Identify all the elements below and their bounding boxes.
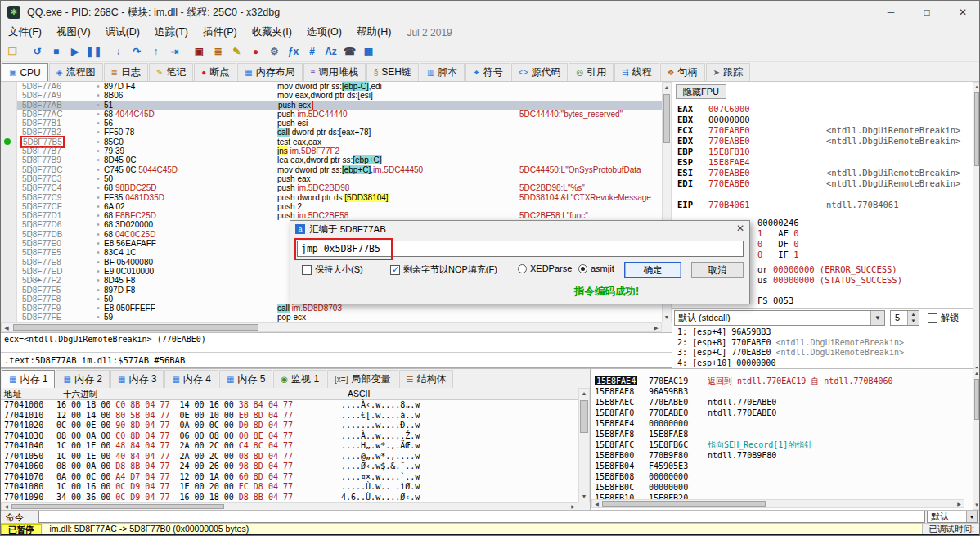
dialog-close-icon[interactable]: ✕ [736, 223, 744, 234]
breakpoint-rail[interactable] [1, 258, 17, 267]
scroll-right-icon[interactable]: ▶ [651, 323, 661, 332]
breakpoint-rail[interactable] [1, 202, 17, 211]
register-row[interactable]: EAX007C6000 [677, 104, 963, 115]
convention-dropdown[interactable]: 默认 (stdcall)▼ [674, 310, 885, 326]
scroll-thumb[interactable] [13, 324, 258, 331]
tab-source[interactable]: <>源代码 [511, 63, 569, 81]
checkbox-icon[interactable] [302, 265, 312, 275]
tab-call-stack[interactable]: ≡调用堆栈 [303, 63, 366, 81]
scroll-down-icon[interactable]: ▼ [579, 492, 589, 502]
ok-button[interactable]: 确定 [624, 262, 681, 278]
settings-icon[interactable]: ⚙ [265, 43, 284, 61]
register-row[interactable]: EBX00000000 [677, 115, 963, 125]
scroll-left-icon[interactable]: ◀ [592, 500, 601, 508]
chevron-down-icon[interactable]: ▼ [966, 511, 977, 522]
menu-item[interactable]: 文件(F) [1, 24, 49, 41]
unlock-checkbox[interactable]: 解锁 [928, 312, 959, 324]
pause-icon[interactable]: ❚❚ [84, 43, 103, 61]
breakpoint-rail[interactable] [1, 267, 17, 276]
disasm-row[interactable]: 5D8F77B1•56push esi [1, 119, 662, 128]
run-to-cursor-icon[interactable]: ⇥ [165, 43, 184, 61]
disasm-row[interactable]: 5D8F77CF•6A 02push 2 [1, 202, 662, 211]
scroll-thumb[interactable] [580, 400, 588, 433]
disasm-row[interactable]: 5D8F77C3•50push eax [1, 174, 662, 183]
asmjit-radio[interactable]: asmjit [578, 263, 614, 273]
bottom-tab-mem1[interactable]: ▦内存 1 [2, 370, 55, 388]
stack-row[interactable]: 15E8FAEC770EABE0ntdll.770EABE0 [591, 397, 973, 408]
stack-hscrollbar[interactable]: ◀ ▶ [591, 499, 964, 508]
hide-fpu-button[interactable]: 隐藏FPU [676, 84, 726, 99]
breakpoint-icon[interactable]: ● [246, 43, 265, 61]
open-file-icon[interactable]: ❐ [3, 43, 22, 61]
bottom-tab-mem3[interactable]: ▦内存 3 [110, 370, 164, 388]
breakpoint-rail[interactable] [1, 313, 17, 322]
scroll-right-icon[interactable]: ▶ [955, 500, 964, 508]
xedparse-radio[interactable]: XEDParse [518, 263, 572, 273]
maximize-button[interactable]: □ [909, 2, 945, 23]
disasm-row[interactable]: 5D8F77AB•51push ecx [1, 101, 662, 110]
scroll-up-icon[interactable]: ▲ [973, 83, 980, 91]
breakpoint-rail[interactable] [1, 155, 17, 164]
registers-splitter[interactable] [672, 308, 973, 309]
breakpoint-rail[interactable] [1, 295, 17, 304]
dump-row[interactable]: 770410401C 00 1E 00 48 84 04 77 2A 00 2C… [1, 441, 578, 452]
breakpoint-rail[interactable] [1, 119, 17, 128]
keep-size-checkbox[interactable]: 保持大小(S) [302, 263, 363, 276]
stack-vscrollbar[interactable]: ▲ ▼ [973, 368, 980, 510]
tab-notes[interactable]: ✎笔记 [149, 63, 193, 81]
disasm-row[interactable]: 5D8F77B2•FF50 78call dword ptr ds:[eax+7… [1, 128, 662, 137]
disasm-hscrollbar[interactable]: ◀ ▶ [1, 322, 662, 332]
stack-row[interactable]: 15E8FAF815E8FAE8 [591, 429, 973, 439]
minimize-button[interactable]: ─ [873, 2, 909, 23]
dump-row[interactable]: 770410801C 00 16 00 0C D9 04 77 1E 00 20… [1, 482, 578, 493]
dump-row[interactable]: 770410700A 00 0C 00 A4 D7 04 77 12 00 1A… [1, 472, 578, 483]
radio-icon[interactable] [518, 264, 527, 273]
tab-breakpoints[interactable]: ●断点 [194, 63, 236, 81]
breakpoint-rail[interactable] [1, 211, 17, 220]
scroll-up-icon[interactable]: ▲ [579, 389, 589, 399]
register-row[interactable]: ESI770EABE0<ntdll.DbgUiRemoteBreakin> [677, 168, 963, 178]
scroll-up-icon[interactable]: ▲ [663, 83, 671, 92]
tab-seh[interactable]: §SEH链 [366, 63, 419, 81]
scroll-thumb[interactable] [663, 94, 670, 143]
stack-row[interactable]: 15E8FAF400000000 [591, 418, 973, 429]
breakpoint-rail[interactable] [1, 110, 17, 119]
disasm-row[interactable]: 5D8F77FE•59pop ecx [1, 313, 662, 322]
restart-icon[interactable]: ↺ [28, 43, 47, 61]
dialog-title-bar[interactable]: a 汇编于 5D8F77AB ✕ [290, 221, 749, 237]
registers-vscrollbar[interactable]: ▲ ▼ [973, 82, 980, 373]
checkbox-icon[interactable] [928, 313, 937, 323]
dump-row[interactable]: 7704103008 00 0A 00 C0 8D 04 77 06 00 08… [1, 431, 578, 442]
tab-memory-map[interactable]: ▦内存布局 [237, 63, 302, 81]
breakpoint-rail[interactable] [1, 174, 17, 183]
stack-panel[interactable]: 15E8FAE4770EAC19返回到 ntdll.770EAC19 自 ntd… [591, 368, 973, 510]
bottom-tab-watch1[interactable]: ◉监视 1 [273, 370, 326, 388]
tab-graph[interactable]: ◈流程图 [49, 63, 103, 81]
menu-item[interactable]: 选项(O) [299, 24, 349, 41]
disasm-row[interactable]: 5D8F77A9•8B06mov eax,dword ptr ds:[esi] [1, 91, 662, 100]
dump-row[interactable]: 770410501C 00 1E 00 40 84 04 77 2A 00 2C… [1, 452, 578, 462]
dump-row[interactable]: 7704109034 00 36 00 0C D9 04 77 16 00 18… [1, 493, 578, 503]
register-row[interactable]: EBP15E8FB10 [677, 146, 963, 157]
dump-row[interactable]: 7704101012 00 14 00 80 5B 04 77 0E 00 10… [1, 411, 578, 421]
register-row[interactable]: ECX770EABE0<ntdll.DbgUiRemoteBreakin> [677, 125, 963, 136]
stack-row[interactable]: 15E8FB0800000000 [591, 471, 973, 482]
window-icon[interactable]: ▦ [359, 43, 378, 61]
disasm-row[interactable]: 5D8F77C4•68 98BDC25Dpush im.5DC2BD985DC2… [1, 183, 662, 192]
scroll-thumb[interactable] [602, 501, 766, 507]
notes-icon[interactable]: ✎ [227, 43, 246, 61]
breakpoint-rail[interactable] [1, 146, 17, 155]
menu-item[interactable]: 调试(D) [98, 24, 147, 41]
stack-row[interactable]: 15E8FB04F45905E3 [591, 461, 973, 471]
breakpoint-rail[interactable] [1, 82, 17, 91]
log-icon[interactable]: ≣ [209, 43, 227, 61]
stop-icon[interactable]: ■ [47, 43, 65, 61]
argument-row[interactable]: 4: [esp+10] 00000000 [677, 358, 963, 369]
stack-row[interactable]: 15E8FB00770B9F80ntdll.770B9F80 [591, 450, 973, 461]
breakpoint-rail[interactable] [1, 128, 17, 137]
argument-row[interactable]: 3: [esp+C] 770EABE0 <ntdll.DbgUiRemoteBr… [677, 348, 963, 358]
close-button[interactable]: ✕ [945, 2, 980, 23]
step-into-icon[interactable]: ↓ [109, 43, 128, 61]
arg-count-spinner[interactable]: 5▲▼ [890, 310, 919, 326]
tab-references[interactable]: ◎引用 [569, 63, 614, 81]
